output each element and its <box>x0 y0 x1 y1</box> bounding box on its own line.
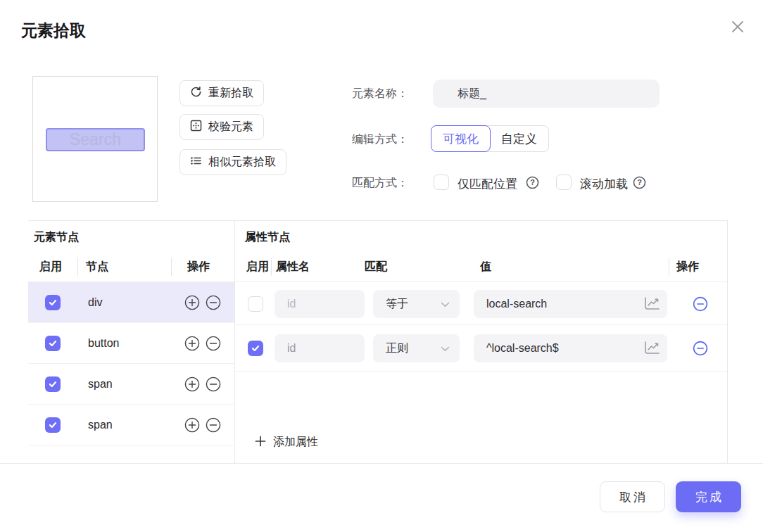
attr-col-value: 值 <box>480 260 491 274</box>
chevron-down-icon <box>441 298 450 310</box>
add-node-icon[interactable] <box>184 295 200 310</box>
scroll-load-checkbox[interactable] <box>556 175 572 190</box>
remove-node-icon[interactable] <box>206 295 221 310</box>
page-title: 元素拾取 <box>21 20 86 42</box>
list-icon <box>190 155 202 170</box>
remove-node-icon[interactable] <box>206 417 221 433</box>
attr-row: 正则 <box>235 325 727 372</box>
edit-mode-segmented-control: 可视化 自定义 <box>431 125 549 152</box>
edit-mode-label: 编辑方式： <box>352 132 408 147</box>
chart-variable-icon[interactable] <box>643 341 661 356</box>
attr-panel-title: 属性节点 <box>245 230 290 245</box>
node-col-node: 节点 <box>86 260 108 274</box>
attr-col-enable: 启用 <box>246 260 269 274</box>
match-position-only-checkbox[interactable] <box>434 175 449 190</box>
edit-mode-custom-tab[interactable]: 自定义 <box>490 126 548 151</box>
refresh-icon <box>190 86 202 101</box>
help-icon[interactable]: ? <box>633 176 646 189</box>
attr-col-name: 属性名 <box>276 260 310 274</box>
node-col-op: 操作 <box>187 260 210 274</box>
attr-row: 等于 <box>235 282 727 325</box>
attr-col-match: 匹配 <box>365 260 387 274</box>
match-position-only-label: 仅匹配位置 <box>458 176 517 192</box>
cancel-button[interactable]: 取消 <box>600 481 665 512</box>
add-node-icon[interactable] <box>184 417 200 433</box>
node-row-div[interactable]: div <box>28 282 234 323</box>
node-row-button[interactable]: button <box>28 323 234 364</box>
element-name-label: 元素名称： <box>352 87 408 101</box>
node-enable-checkbox[interactable] <box>45 336 61 351</box>
node-row-span[interactable]: span <box>28 405 234 445</box>
element-name-input[interactable] <box>433 80 660 108</box>
remove-attr-icon[interactable] <box>693 341 708 356</box>
svg-text:?: ? <box>637 178 642 186</box>
svg-text:?: ? <box>530 178 535 186</box>
close-icon[interactable] <box>726 15 749 38</box>
node-enable-checkbox[interactable] <box>45 417 61 433</box>
node-enable-checkbox[interactable] <box>45 295 61 310</box>
chart-variable-icon[interactable] <box>643 296 661 312</box>
node-row-span[interactable]: span <box>28 364 234 405</box>
add-node-icon[interactable] <box>184 376 200 392</box>
attr-enable-checkbox[interactable] <box>248 341 263 356</box>
element-preview-pane: Search <box>32 76 158 202</box>
match-type-select[interactable]: 正则 <box>373 334 460 362</box>
node-enable-checkbox[interactable] <box>45 376 61 392</box>
attr-col-op: 操作 <box>676 260 699 274</box>
similar-element-pick-button[interactable]: 相似元素拾取 <box>179 149 286 175</box>
attr-value-input[interactable] <box>474 290 667 318</box>
footer-divider <box>0 463 763 464</box>
edit-mode-visual-tab[interactable]: 可视化 <box>431 125 491 152</box>
node-panel-title: 元素节点 <box>34 230 79 245</box>
chevron-down-icon <box>441 342 450 355</box>
picked-element-preview: Search <box>46 128 145 151</box>
confirm-button[interactable]: 完成 <box>676 481 741 512</box>
remove-attr-icon[interactable] <box>693 296 708 312</box>
attr-enable-checkbox[interactable] <box>248 296 263 312</box>
table-top-divider <box>28 220 728 221</box>
element-picker-dialog: 元素拾取 Search 重新拾取 校验元素 相似元素拾取 元素名称： 编辑方式：… <box>0 0 763 532</box>
repick-button[interactable]: 重新拾取 <box>179 80 264 106</box>
match-mode-label: 匹配方式： <box>352 176 408 191</box>
node-col-enable: 启用 <box>39 260 62 274</box>
attr-name-input[interactable] <box>275 334 365 362</box>
attr-value-input[interactable] <box>474 334 667 362</box>
help-icon[interactable]: ? <box>526 176 539 189</box>
validate-element-button[interactable]: 校验元素 <box>179 114 264 140</box>
add-node-icon[interactable] <box>184 336 200 351</box>
scroll-load-label: 滚动加载 <box>580 176 628 192</box>
add-attribute-button[interactable]: 添加属性 <box>255 435 318 450</box>
remove-node-icon[interactable] <box>206 336 221 351</box>
remove-node-icon[interactable] <box>206 376 221 392</box>
scan-grid-icon <box>190 120 202 134</box>
match-type-select[interactable]: 等于 <box>373 290 460 318</box>
plus-icon <box>255 436 266 450</box>
table-right-divider <box>727 220 728 463</box>
attr-name-input[interactable] <box>275 290 365 318</box>
